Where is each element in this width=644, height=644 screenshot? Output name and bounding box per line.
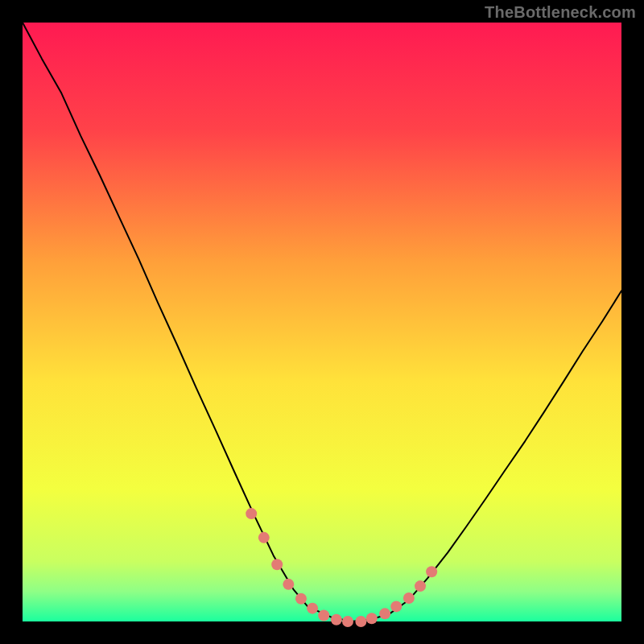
marker-dot bbox=[366, 613, 378, 624]
marker-dot bbox=[258, 532, 270, 543]
marker-dot bbox=[426, 566, 437, 577]
chart-background bbox=[23, 23, 621, 621]
marker-dot bbox=[307, 603, 318, 614]
marker-dot bbox=[379, 608, 390, 619]
marker-dot bbox=[390, 601, 402, 612]
watermark-text: TheBottleneck.com bbox=[485, 3, 636, 22]
marker-dot bbox=[355, 616, 366, 627]
marker-dot bbox=[271, 559, 283, 570]
marker-dot bbox=[246, 508, 257, 519]
marker-dot bbox=[342, 616, 353, 627]
marker-dot bbox=[415, 580, 426, 592]
marker-dot bbox=[283, 579, 294, 590]
bottleneck-chart bbox=[0, 0, 644, 644]
marker-dot bbox=[318, 610, 329, 621]
marker-dot bbox=[331, 614, 342, 625]
marker-dot bbox=[295, 593, 307, 605]
marker-dot bbox=[403, 592, 415, 604]
